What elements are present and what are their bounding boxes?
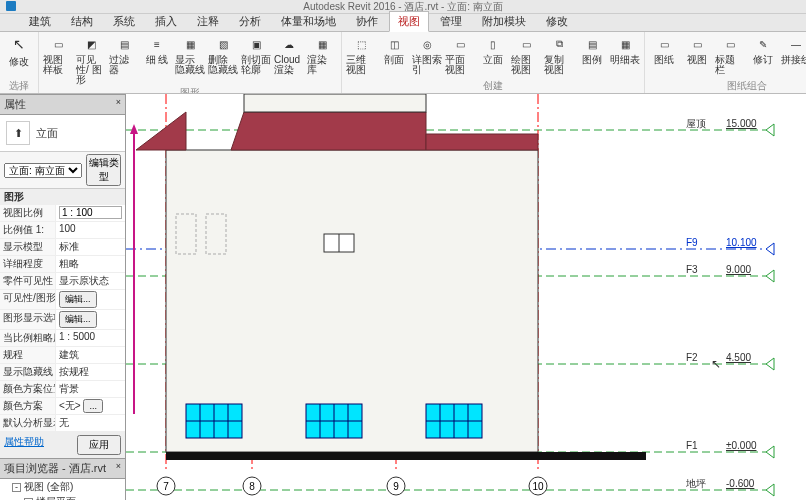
ribbon-button[interactable]: ≡细 线: [142, 34, 172, 85]
level-name[interactable]: 屋顶: [686, 118, 706, 129]
window[interactable]: [426, 404, 482, 438]
roof-right[interactable]: [426, 134, 538, 150]
level-elevation[interactable]: ±0.000: [726, 440, 757, 451]
tree-floorplans[interactable]: 楼层平面: [36, 496, 76, 500]
property-row[interactable]: 可见性/图形替换编辑...: [0, 290, 125, 310]
ribbon-button[interactable]: ✎修订: [748, 34, 778, 75]
ribbon-button[interactable]: ⧉复制 视图: [544, 34, 574, 75]
property-row[interactable]: 规程建筑: [0, 347, 125, 364]
ribbon-button[interactable]: ▦明细表: [610, 34, 640, 75]
property-row[interactable]: 零件可见性显示原状态: [0, 273, 125, 290]
tab-annotate[interactable]: 注释: [188, 11, 228, 31]
level-elevation[interactable]: 10.100: [726, 237, 757, 248]
project-browser[interactable]: -视图 (全部) -楼层平面 F1F2F3F6地坪 +天花板... -三维视图 …: [0, 479, 125, 500]
property-row[interactable]: 默认分析显示...无: [0, 415, 125, 432]
window[interactable]: [186, 404, 242, 438]
property-row[interactable]: 图形显示选项编辑...: [0, 310, 125, 330]
tree-root[interactable]: 视图 (全部): [24, 481, 73, 492]
edit-button[interactable]: 编辑...: [59, 311, 97, 328]
roof-left[interactable]: [136, 112, 186, 150]
property-row[interactable]: 视图比例: [0, 205, 125, 222]
property-value[interactable]: 粗略: [56, 256, 125, 272]
tab-insert[interactable]: 插入: [146, 11, 186, 31]
tab-modify[interactable]: 修改: [537, 11, 577, 31]
level-name[interactable]: F9: [686, 237, 698, 248]
ribbon-button[interactable]: ▭平面 视图: [445, 34, 475, 75]
level-name[interactable]: F2: [686, 352, 698, 363]
browser-header[interactable]: 项目浏览器 - 酒店.rvt ×: [0, 458, 125, 479]
level-elevation[interactable]: 15.000: [726, 118, 757, 129]
drawing-canvas[interactable]: 78910 屋顶15.000F910.100F39.000F24.500F1±0…: [126, 94, 806, 500]
ribbon-button[interactable]: ☁Cloud 渲染: [274, 34, 304, 85]
modify-button[interactable]: ↖ 修改: [4, 34, 34, 69]
level-name[interactable]: F3: [686, 264, 698, 275]
property-input[interactable]: [59, 206, 122, 219]
ribbon-button[interactable]: ◩可见性/ 图形: [76, 34, 106, 85]
ribbon-button[interactable]: ▦渲染 库: [307, 34, 337, 85]
ribbon-button[interactable]: ▦显示 隐藏线: [175, 34, 205, 85]
property-row[interactable]: 显示隐藏线按规程: [0, 364, 125, 381]
property-value[interactable]: 建筑: [56, 347, 125, 363]
property-value[interactable]: 显示原状态: [56, 273, 125, 289]
tab-view[interactable]: 视图: [389, 11, 429, 32]
property-value[interactable]: 100: [56, 222, 125, 238]
ribbon-button[interactable]: ▭视图: [682, 34, 712, 75]
roof[interactable]: [231, 112, 426, 150]
edit-type-button[interactable]: 编辑类型: [86, 154, 121, 186]
elevation-drawing[interactable]: 78910 屋顶15.000F910.100F39.000F24.500F1±0…: [126, 94, 806, 500]
property-value[interactable]: 1 : 5000: [56, 330, 125, 346]
tab-addins[interactable]: 附加模块: [473, 11, 535, 31]
property-value[interactable]: 编辑...: [56, 290, 125, 309]
property-row[interactable]: 颜色方案位置背景: [0, 381, 125, 398]
ribbon-button[interactable]: ▭视图 样板: [43, 34, 73, 85]
level-elevation[interactable]: -0.600: [726, 478, 755, 489]
tab-massing[interactable]: 体量和场地: [272, 11, 345, 31]
property-value[interactable]: 背景: [56, 381, 125, 397]
instance-selector[interactable]: 立面: 南立面: [4, 163, 82, 178]
property-value[interactable]: [56, 205, 125, 221]
tab-analyze[interactable]: 分析: [230, 11, 270, 31]
help-link[interactable]: 属性帮助: [4, 435, 44, 449]
tab-architecture[interactable]: 建筑: [20, 11, 60, 31]
property-value[interactable]: 按规程: [56, 364, 125, 380]
ribbon-button[interactable]: ◫剖面: [379, 34, 409, 75]
ribbon-button[interactable]: ▭绘图 视图: [511, 34, 541, 75]
ribbon-button[interactable]: ◎详图索引: [412, 34, 442, 75]
expander-icon[interactable]: -: [12, 483, 21, 492]
type-selector[interactable]: ⬆ 立面: [0, 115, 125, 151]
tab-collab[interactable]: 协作: [347, 11, 387, 31]
property-row[interactable]: 当比例粗略度...1 : 5000: [0, 330, 125, 347]
browse-button[interactable]: ...: [83, 399, 103, 413]
property-row[interactable]: 显示模型标准: [0, 239, 125, 256]
window[interactable]: [306, 404, 362, 438]
property-row[interactable]: 比例值 1:100: [0, 222, 125, 239]
edit-button[interactable]: 编辑...: [59, 291, 97, 308]
apply-button[interactable]: 应用: [77, 435, 121, 455]
property-value[interactable]: <无> ...: [56, 398, 125, 414]
level-elevation[interactable]: 4.500: [726, 352, 751, 363]
level-elevation[interactable]: 9.000: [726, 264, 751, 275]
tab-structure[interactable]: 结构: [62, 11, 102, 31]
property-value[interactable]: 编辑...: [56, 310, 125, 329]
tab-systems[interactable]: 系统: [104, 11, 144, 31]
close-icon[interactable]: ×: [116, 97, 121, 112]
close-icon[interactable]: ×: [116, 461, 121, 476]
property-value[interactable]: 无: [56, 415, 125, 431]
level-name[interactable]: F1: [686, 440, 698, 451]
tab-manage[interactable]: 管理: [431, 11, 471, 31]
ground-slab[interactable]: [166, 452, 646, 460]
ribbon-button[interactable]: ⬚三维 视图: [346, 34, 376, 75]
ribbon-button[interactable]: ▭图纸: [649, 34, 679, 75]
ribbon-button[interactable]: ▧删除 隐藏线: [208, 34, 238, 85]
property-value[interactable]: 标准: [56, 239, 125, 255]
ribbon-button[interactable]: ▤图例: [577, 34, 607, 75]
ribbon-button[interactable]: —拼接线: [781, 34, 806, 75]
ribbon-button[interactable]: ▤过滤 器: [109, 34, 139, 85]
ribbon-button[interactable]: ▣剖切面 轮廓: [241, 34, 271, 85]
level-name[interactable]: 地坪: [685, 478, 706, 489]
property-row[interactable]: 详细程度粗略: [0, 256, 125, 273]
parapet[interactable]: [244, 94, 426, 112]
ribbon-button[interactable]: ▯立面: [478, 34, 508, 75]
property-row[interactable]: 颜色方案<无> ...: [0, 398, 125, 415]
ribbon-button[interactable]: ▭标题 栏: [715, 34, 745, 75]
